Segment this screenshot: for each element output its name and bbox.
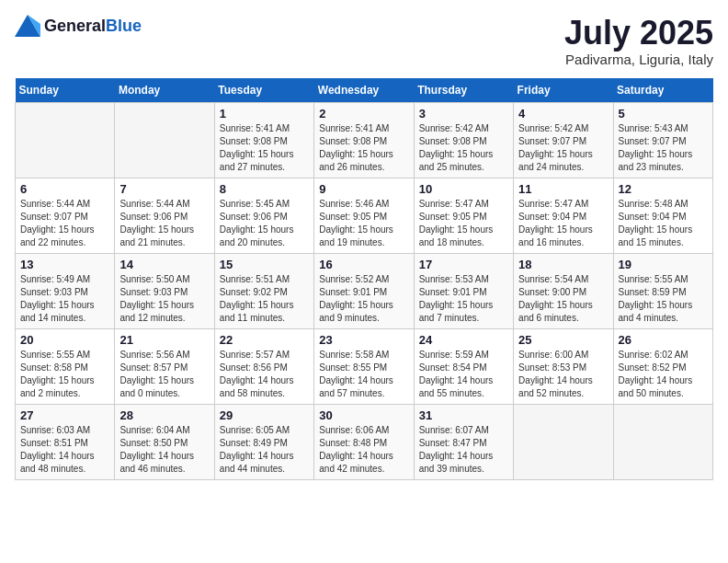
day-info: Sunrise: 5:45 AM Sunset: 9:06 PM Dayligh… [220,198,309,249]
day-info: Sunrise: 6:03 AM Sunset: 8:51 PM Dayligh… [20,424,109,476]
calendar-cell: 17Sunrise: 5:53 AM Sunset: 9:01 PM Dayli… [414,253,513,328]
day-number: 17 [419,258,508,271]
header-monday: Monday [115,78,214,103]
day-number: 10 [419,182,508,196]
calendar-cell: 7Sunrise: 5:44 AM Sunset: 9:06 PM Daylig… [115,178,214,253]
day-info: Sunrise: 5:50 AM Sunset: 9:03 PM Dayligh… [119,273,209,325]
calendar-week-row: 6Sunrise: 5:44 AM Sunset: 9:07 PM Daylig… [16,178,713,253]
calendar-cell: 19Sunrise: 5:55 AM Sunset: 8:59 PM Dayli… [613,253,712,328]
logo: General Blue [15,15,142,37]
title-section: July 2025 Padivarma, Liguria, Italy [564,15,713,67]
calendar-cell [514,404,613,479]
day-number: 25 [518,333,608,347]
calendar-cell: 28Sunrise: 6:04 AM Sunset: 8:50 PM Dayli… [115,404,214,479]
day-number: 21 [119,333,209,347]
calendar-cell: 11Sunrise: 5:47 AM Sunset: 9:04 PM Dayli… [514,178,613,253]
day-number: 1 [220,107,309,121]
calendar-week-row: 20Sunrise: 5:55 AM Sunset: 8:58 PM Dayli… [16,328,713,404]
month-title: July 2025 [564,15,713,52]
logo-general: General [44,17,106,36]
day-info: Sunrise: 5:54 AM Sunset: 9:00 PM Dayligh… [518,273,608,325]
day-info: Sunrise: 5:44 AM Sunset: 9:06 PM Dayligh… [119,198,209,249]
day-info: Sunrise: 6:02 AM Sunset: 8:52 PM Dayligh… [619,349,708,400]
day-number: 23 [319,333,408,347]
calendar-cell: 16Sunrise: 5:52 AM Sunset: 9:01 PM Dayli… [314,253,414,328]
day-info: Sunrise: 5:58 AM Sunset: 8:55 PM Dayligh… [319,349,408,400]
logo-blue: Blue [106,17,142,36]
day-info: Sunrise: 5:42 AM Sunset: 9:07 PM Dayligh… [518,122,608,174]
day-info: Sunrise: 5:46 AM Sunset: 9:05 PM Dayligh… [319,198,408,249]
day-number: 9 [319,182,408,196]
day-number: 19 [619,258,708,271]
day-info: Sunrise: 5:47 AM Sunset: 9:05 PM Dayligh… [419,198,508,249]
day-number: 11 [518,182,608,196]
calendar-cell: 13Sunrise: 5:49 AM Sunset: 9:03 PM Dayli… [16,253,115,328]
day-number: 14 [119,258,209,271]
day-info: Sunrise: 5:55 AM Sunset: 8:59 PM Dayligh… [619,273,708,325]
calendar-cell: 15Sunrise: 5:51 AM Sunset: 9:02 PM Dayli… [214,253,313,328]
day-number: 3 [419,107,508,121]
day-info: Sunrise: 6:06 AM Sunset: 8:48 PM Dayligh… [319,424,408,476]
day-info: Sunrise: 5:51 AM Sunset: 9:02 PM Dayligh… [220,273,309,325]
day-number: 22 [220,333,309,347]
day-number: 12 [619,182,708,196]
day-info: Sunrise: 5:52 AM Sunset: 9:01 PM Dayligh… [319,273,408,325]
day-number: 30 [319,408,408,422]
day-info: Sunrise: 6:00 AM Sunset: 8:53 PM Dayligh… [518,349,608,400]
calendar-cell: 24Sunrise: 5:59 AM Sunset: 8:54 PM Dayli… [414,328,513,404]
calendar-cell: 9Sunrise: 5:46 AM Sunset: 9:05 PM Daylig… [314,178,414,253]
calendar-cell: 5Sunrise: 5:43 AM Sunset: 9:07 PM Daylig… [613,102,712,178]
day-number: 2 [319,107,408,121]
day-info: Sunrise: 6:04 AM Sunset: 8:50 PM Dayligh… [119,424,209,476]
calendar-cell: 1Sunrise: 5:41 AM Sunset: 9:08 PM Daylig… [214,102,313,178]
calendar-cell: 2Sunrise: 5:41 AM Sunset: 9:08 PM Daylig… [314,102,414,178]
day-number: 4 [518,107,608,121]
calendar-cell [115,102,214,178]
header-friday: Friday [514,78,613,103]
calendar-cell: 21Sunrise: 5:56 AM Sunset: 8:57 PM Dayli… [115,328,214,404]
calendar-cell: 26Sunrise: 6:02 AM Sunset: 8:52 PM Dayli… [613,328,712,404]
day-number: 5 [619,107,708,121]
calendar-cell: 23Sunrise: 5:58 AM Sunset: 8:55 PM Dayli… [314,328,414,404]
calendar-cell: 30Sunrise: 6:06 AM Sunset: 8:48 PM Dayli… [314,404,414,479]
calendar-cell: 3Sunrise: 5:42 AM Sunset: 9:08 PM Daylig… [414,102,513,178]
calendar-cell: 12Sunrise: 5:48 AM Sunset: 9:04 PM Dayli… [613,178,712,253]
day-info: Sunrise: 5:57 AM Sunset: 8:56 PM Dayligh… [220,349,309,400]
calendar-cell: 4Sunrise: 5:42 AM Sunset: 9:07 PM Daylig… [514,102,613,178]
day-number: 24 [419,333,508,347]
calendar-cell: 6Sunrise: 5:44 AM Sunset: 9:07 PM Daylig… [16,178,115,253]
day-number: 7 [119,182,209,196]
day-number: 31 [419,408,508,422]
header-saturday: Saturday [613,78,712,103]
calendar-cell: 20Sunrise: 5:55 AM Sunset: 8:58 PM Dayli… [16,328,115,404]
page-header: General Blue July 2025 Padivarma, Liguri… [15,15,713,67]
location-subtitle: Padivarma, Liguria, Italy [564,52,713,67]
day-number: 6 [20,182,109,196]
day-info: Sunrise: 5:42 AM Sunset: 9:08 PM Dayligh… [419,122,508,174]
calendar-cell [16,102,115,178]
day-info: Sunrise: 5:59 AM Sunset: 8:54 PM Dayligh… [419,349,508,400]
logo-icon [15,15,40,37]
day-info: Sunrise: 5:41 AM Sunset: 9:08 PM Dayligh… [319,122,408,174]
calendar-week-row: 27Sunrise: 6:03 AM Sunset: 8:51 PM Dayli… [16,404,713,479]
day-info: Sunrise: 5:44 AM Sunset: 9:07 PM Dayligh… [20,198,109,249]
calendar-cell: 25Sunrise: 6:00 AM Sunset: 8:53 PM Dayli… [514,328,613,404]
calendar-week-row: 13Sunrise: 5:49 AM Sunset: 9:03 PM Dayli… [16,253,713,328]
day-info: Sunrise: 5:55 AM Sunset: 8:58 PM Dayligh… [20,349,109,400]
day-info: Sunrise: 5:47 AM Sunset: 9:04 PM Dayligh… [518,198,608,249]
day-info: Sunrise: 5:48 AM Sunset: 9:04 PM Dayligh… [619,198,708,249]
day-info: Sunrise: 6:07 AM Sunset: 8:47 PM Dayligh… [419,424,508,476]
header-wednesday: Wednesday [314,78,414,103]
calendar-cell: 31Sunrise: 6:07 AM Sunset: 8:47 PM Dayli… [414,404,513,479]
calendar-cell: 29Sunrise: 6:05 AM Sunset: 8:49 PM Dayli… [214,404,313,479]
day-number: 26 [619,333,708,347]
day-info: Sunrise: 5:49 AM Sunset: 9:03 PM Dayligh… [20,273,109,325]
calendar-cell: 8Sunrise: 5:45 AM Sunset: 9:06 PM Daylig… [214,178,313,253]
calendar-cell: 14Sunrise: 5:50 AM Sunset: 9:03 PM Dayli… [115,253,214,328]
day-number: 15 [220,258,309,271]
calendar-cell: 27Sunrise: 6:03 AM Sunset: 8:51 PM Dayli… [16,404,115,479]
day-info: Sunrise: 5:53 AM Sunset: 9:01 PM Dayligh… [419,273,508,325]
header-tuesday: Tuesday [214,78,313,103]
day-info: Sunrise: 5:56 AM Sunset: 8:57 PM Dayligh… [119,349,209,400]
day-info: Sunrise: 6:05 AM Sunset: 8:49 PM Dayligh… [220,424,309,476]
